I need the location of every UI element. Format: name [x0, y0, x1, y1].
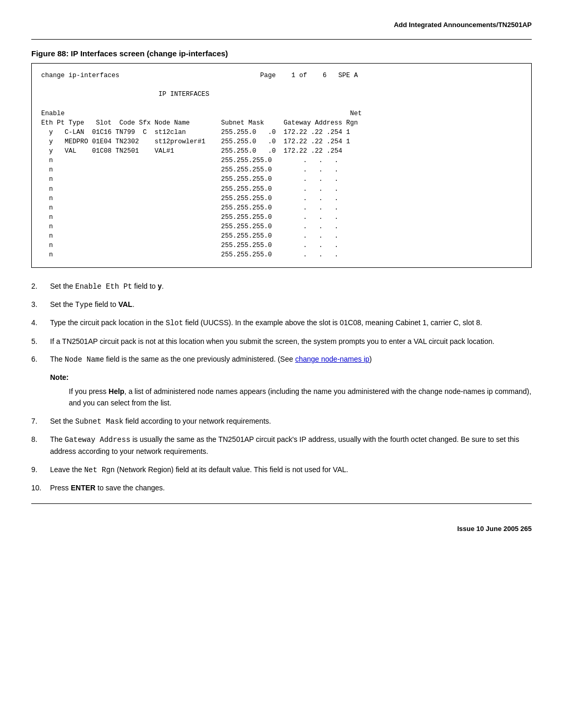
- step-4-code: Slot: [166, 319, 183, 327]
- step-7-code: Subnet Mask: [75, 417, 123, 426]
- steps-list: 2. Set the Enable Eth Pt field to y. 3. …: [31, 280, 532, 366]
- note-body: If you press Help, a list of administere…: [69, 386, 532, 409]
- step-4-text: Type the circuit pack location in the Sl…: [50, 317, 532, 329]
- step-2-bold: y: [158, 282, 162, 290]
- step-3-text: Set the Type field to VAL.: [50, 299, 532, 311]
- step-7: 7. Set the Subnet Mask field according t…: [31, 415, 532, 427]
- step-8-num: 8.: [31, 434, 46, 458]
- content-body: 2. Set the Enable Eth Pt field to y. 3. …: [31, 280, 532, 494]
- step-10-text: Press ENTER to save the changes.: [50, 482, 532, 493]
- note-label: Note:: [50, 372, 532, 383]
- step-9-num: 9.: [31, 464, 46, 476]
- header-title: Add Integrated Announcements/TN2501AP: [394, 21, 532, 29]
- step-10-bold: ENTER: [71, 484, 95, 492]
- step-3-bold: VAL: [118, 300, 132, 309]
- top-divider: [31, 39, 532, 40]
- step-2-code: Enable Eth Pt: [75, 282, 132, 291]
- step-6-text: The Node Name field is the same as the o…: [50, 353, 532, 365]
- change-node-names-link[interactable]: change node-names ip: [295, 355, 369, 363]
- step-3-code: Type: [75, 301, 93, 309]
- step-8-text: The Gateway Address is usually the same …: [50, 434, 532, 458]
- step-10: 10. Press ENTER to save the changes.: [31, 482, 532, 493]
- step-7-num: 7.: [31, 415, 46, 427]
- step-6-num: 6.: [31, 353, 46, 365]
- bottom-divider: [31, 503, 532, 504]
- step-6: 6. The Node Name field is the same as th…: [31, 353, 532, 365]
- step-5-text: If a TN2501AP circuit pack is not at thi…: [50, 336, 532, 347]
- figure-title: Figure 88: IP Interfaces screen (change …: [31, 49, 532, 58]
- step-2: 2. Set the Enable Eth Pt field to y.: [31, 280, 532, 292]
- step-4: 4. Type the circuit pack location in the…: [31, 317, 532, 329]
- step-6-code: Node Name: [65, 355, 104, 364]
- steps-list-2: 7. Set the Subnet Mask field according t…: [31, 415, 532, 494]
- step-9-code: Net Rgn: [84, 466, 115, 474]
- screen-box: change ip-interfaces Page 1 of 6 SPE A I…: [31, 63, 532, 268]
- step-9-text: Leave the Net Rgn (Network Region) field…: [50, 464, 532, 476]
- step-2-text: Set the Enable Eth Pt field to y.: [50, 280, 532, 292]
- step-8-code: Gateway Address: [65, 436, 130, 444]
- page-footer: Issue 10 June 2005 265: [31, 525, 532, 533]
- step-3: 3. Set the Type field to VAL.: [31, 299, 532, 311]
- step-5-num: 5.: [31, 336, 46, 347]
- page-header: Add Integrated Announcements/TN2501AP: [31, 21, 532, 29]
- screen-content: change ip-interfaces Page 1 of 6 SPE A I…: [41, 71, 522, 260]
- step-4-num: 4.: [31, 317, 46, 329]
- note-help-bold: Help: [108, 387, 124, 396]
- step-7-text: Set the Subnet Mask field according to y…: [50, 415, 532, 427]
- step-9: 9. Leave the Net Rgn (Network Region) fi…: [31, 464, 532, 476]
- step-8: 8. The Gateway Address is usually the sa…: [31, 434, 532, 458]
- step-2-num: 2.: [31, 280, 46, 292]
- footer-text: Issue 10 June 2005 265: [457, 525, 532, 533]
- step-3-num: 3.: [31, 299, 46, 311]
- step-5: 5. If a TN2501AP circuit pack is not at …: [31, 336, 532, 347]
- step-10-num: 10.: [31, 482, 46, 493]
